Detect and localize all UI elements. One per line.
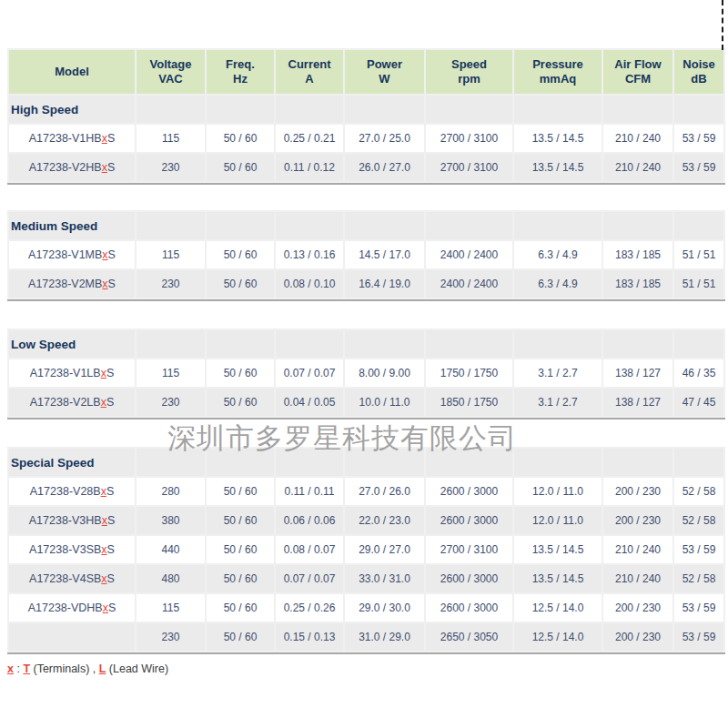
value-cell: 183 / 185: [603, 241, 672, 268]
section-title-blank-cell: [345, 212, 424, 239]
column-header-line1: Freq.: [226, 57, 255, 71]
model-prefix: A17238-V28B: [30, 485, 101, 498]
column-header-line1: Voltage: [150, 57, 192, 71]
value-cell: 50 / 60: [207, 623, 274, 651]
value-cell: 50 / 60: [207, 241, 274, 268]
value-cell: 12.0 / 11.0: [514, 507, 602, 534]
section-title-blank-cell: [426, 96, 512, 123]
value-cell: 51 / 51: [674, 270, 723, 298]
section-title-row: High Speed: [9, 96, 723, 123]
section-title-blank-cell: [345, 330, 424, 358]
column-header-line1: Model: [55, 65, 89, 78]
spec-table-section: ModelVoltageVACFreq.HzCurrentAPowerWSpee…: [7, 48, 725, 185]
value-cell: 2400 / 2400: [426, 270, 512, 298]
model-suffix: S: [107, 572, 115, 585]
value-cell: 0.13 / 0.16: [276, 241, 343, 268]
model-prefix: A17238-V3SB: [29, 543, 101, 556]
value-cell: 29.0 / 27.0: [345, 536, 424, 563]
value-cell: 14.5 / 17.0: [345, 241, 424, 268]
value-cell: 115: [136, 241, 205, 268]
value-cell: 50 / 60: [207, 359, 274, 387]
value-cell: 200 / 230: [603, 594, 672, 622]
model-prefix: A17238-V2HB: [29, 161, 102, 174]
section-title-blank-cell: [207, 330, 274, 358]
value-cell: 1850 / 1750: [426, 389, 512, 416]
section-title-blank-cell: [136, 96, 205, 123]
value-cell: 52 / 58: [674, 478, 723, 505]
model-prefix: A17238-V1MB: [28, 248, 102, 261]
model-suffix: S: [107, 514, 115, 527]
spec-table-area: ModelVoltageVACFreq.HzCurrentAPowerWSpee…: [7, 48, 723, 654]
model-prefix: A17238-V1HB: [29, 132, 102, 145]
table-row: A17238-V3HBxS38050 / 600.06 / 0.0622.0 /…: [9, 507, 723, 534]
model-prefix: A17238-VDHB: [28, 602, 103, 614]
table-row: 23050 / 600.15 / 0.1331.0 / 29.02650 / 3…: [9, 623, 723, 651]
model-suffix: S: [108, 602, 116, 614]
value-cell: 115: [136, 359, 205, 387]
value-cell: 53 / 59: [674, 125, 723, 152]
value-cell: 53 / 59: [674, 154, 723, 181]
value-cell: 3.1 / 2.7: [514, 389, 602, 416]
value-cell: 2600 / 3000: [426, 507, 512, 534]
section-title-blank-cell: [603, 330, 672, 358]
value-cell: 50 / 60: [207, 536, 274, 563]
value-cell: 0.08 / 0.10: [276, 270, 343, 298]
column-header: NoisedB: [674, 50, 723, 94]
model-cell: A17238-V1LBxS: [9, 359, 135, 387]
column-header-line2: W: [379, 72, 389, 86]
column-header: PowerW: [345, 50, 424, 94]
value-cell: 230: [136, 389, 205, 416]
model-cell: A17238-V2LBxS: [9, 389, 135, 416]
value-cell: 50 / 60: [207, 478, 274, 505]
value-cell: 0.15 / 0.13: [276, 623, 343, 651]
column-header-line1: Speed: [451, 57, 487, 71]
section-title-blank-cell: [514, 330, 602, 358]
value-cell: 230: [136, 154, 205, 181]
table-row: A17238-V2MBxS23050 / 600.08 / 0.1016.4 /…: [9, 270, 723, 298]
section-title-blank-cell: [276, 96, 343, 123]
model-cell: A17238-V4SBxS: [9, 565, 135, 592]
value-cell: 6.3 / 4.9: [514, 241, 602, 268]
value-cell: 29.0 / 30.0: [345, 594, 424, 622]
table-row: A17238-V1LBxS11550 / 600.07 / 0.078.00 /…: [9, 359, 723, 387]
section-title-blank-cell: [514, 449, 602, 476]
model-cell: A17238-V28BxS: [9, 478, 135, 505]
value-cell: 2650 / 3050: [426, 623, 512, 651]
value-cell: 50 / 60: [207, 507, 274, 534]
value-cell: 138 / 127: [603, 359, 672, 387]
value-cell: 210 / 240: [603, 536, 672, 563]
value-cell: 3.1 / 2.7: [514, 359, 602, 387]
value-cell: 2400 / 2400: [426, 241, 512, 268]
section-title-blank-cell: [603, 449, 672, 476]
model-cell: [9, 623, 135, 651]
model-cell: A17238-V3HBxS: [9, 507, 135, 534]
value-cell: 2700 / 3100: [426, 125, 512, 152]
value-cell: 12.5 / 14.0: [514, 594, 602, 622]
section-title-row: Medium Speed: [9, 212, 723, 239]
watermark-text: 深圳市多罗星科技有限公司: [167, 420, 517, 458]
model-cell: A17238-VDHBxS: [9, 594, 135, 622]
value-cell: 27.0 / 26.0: [345, 478, 424, 505]
value-cell: 380: [136, 507, 205, 534]
section-title: High Speed: [9, 96, 135, 123]
value-cell: 0.11 / 0.12: [276, 154, 343, 181]
value-cell: 50 / 60: [207, 389, 274, 416]
footnote-text: (Lead Wire): [106, 662, 168, 675]
model-suffix: S: [106, 367, 114, 379]
value-cell: 10.0 / 11.0: [345, 389, 424, 416]
value-cell: 13.5 / 14.5: [514, 154, 602, 181]
value-cell: 50 / 60: [207, 565, 274, 592]
section-title-blank-cell: [207, 96, 274, 123]
value-cell: 440: [136, 536, 205, 563]
value-cell: 2600 / 3000: [426, 478, 512, 505]
model-suffix: S: [108, 278, 116, 290]
model-suffix: S: [107, 543, 115, 556]
model-suffix: S: [106, 396, 114, 409]
crop-dashed-line: [722, 0, 723, 50]
value-cell: 210 / 240: [603, 565, 672, 592]
value-cell: 2600 / 3000: [426, 565, 512, 592]
column-header-line2: Hz: [233, 72, 248, 86]
value-cell: 12.5 / 14.0: [514, 623, 602, 651]
header-row: ModelVoltageVACFreq.HzCurrentAPowerWSpee…: [9, 50, 723, 94]
section-title-blank-cell: [207, 212, 274, 239]
